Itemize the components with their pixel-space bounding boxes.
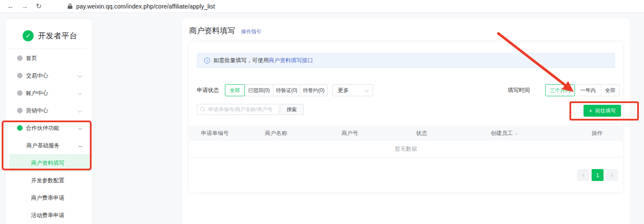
status-tab-pending-verify[interactable]: 待验证(0) <box>273 84 300 96</box>
chevron-down-icon <box>365 88 369 92</box>
col-merchant-id: 商户号 <box>342 129 416 137</box>
bullet-icon <box>17 90 23 96</box>
sidebar-item-merchant-basic-services[interactable]: 商户基础服务 <box>6 137 92 154</box>
sidebar-item-activity-rate-apply[interactable]: 活动费率申请 <box>6 207 92 224</box>
back-icon[interactable]: ← <box>6 3 15 10</box>
brand-name: 开发者平台 <box>38 31 78 41</box>
sidebar-item-account-center[interactable]: 账户中心 <box>6 84 92 102</box>
col-status: 状态 <box>416 129 491 137</box>
status-more-dropdown[interactable]: 更多 <box>332 84 373 96</box>
next-page-button[interactable]: › <box>606 169 618 181</box>
sidebar-item-trade-center[interactable]: 交易中心 <box>6 67 92 84</box>
status-tab-all[interactable]: 全部 <box>225 84 245 96</box>
page-1-button[interactable]: 1 <box>592 169 604 181</box>
content-panel: i 如需批量填写，可使用 商户资料填写接口 申请状态 全部 已驳回(0) 待验证… <box>189 42 623 192</box>
chevron-down-icon <box>78 91 82 95</box>
sidebar-item-label: 开发参数配置 <box>31 177 64 184</box>
browser-toolbar: ← → ↻ pay.weixin.qq.com/index.php/core/a… <box>0 0 644 13</box>
pagination: ‹ 1 › <box>577 169 618 181</box>
active-bullet-icon <box>17 125 23 131</box>
banner-text: 如需批量填写，可使用 <box>213 57 269 64</box>
wechat-logo-icon: ✓ <box>23 30 34 41</box>
page-header: 商户资料填写 操作指引 <box>182 19 630 36</box>
operation-guide-link[interactable]: 操作指引 <box>241 28 262 35</box>
time-tab-three-months[interactable]: 三个月内 <box>545 84 575 96</box>
col-creator-label: 创建员工 <box>491 130 513 136</box>
time-filter-label: 填写时间 <box>508 84 530 96</box>
sidebar-item-label: 交易中心 <box>26 72 48 80</box>
sidebar: ✓ 开发者平台 首页 交易中心 账户中心 营销中心 <box>6 19 92 224</box>
banner-api-link[interactable]: 商户资料填写接口 <box>269 57 313 64</box>
sidebar-item-home[interactable]: 首页 <box>6 49 92 67</box>
main-content: 商户资料填写 操作指引 i 如需批量填写，可使用 商户资料填写接口 申请状态 全… <box>182 19 630 224</box>
sidebar-item-partner-functions[interactable]: 合作伙伴功能 <box>6 119 92 137</box>
search-input[interactable] <box>197 104 279 115</box>
table-header-row: 申请单编号 商户名称 商户号 状态 创建员工 操作 <box>189 126 623 141</box>
bullet-icon <box>17 108 23 113</box>
sidebar-item-label: 合作伙伴功能 <box>26 124 59 132</box>
go-fill-label: 前往填写 <box>595 107 616 115</box>
page-title: 商户资料填写 <box>189 26 235 36</box>
sidebar-item-label: 商户基础服务 <box>26 142 60 149</box>
col-apply-id: 申请单编号 <box>201 129 265 137</box>
sidebar-item-merchant-info-fill[interactable]: 商户资料填写 <box>9 154 92 172</box>
sidebar-item-dev-params[interactable]: 开发参数配置 <box>6 172 92 189</box>
col-actions: 操作 <box>592 129 603 137</box>
sidebar-item-label: 首页 <box>26 55 37 62</box>
collapse-icon <box>78 146 82 147</box>
sidebar-item-label: 账户中心 <box>26 89 48 97</box>
table-empty-state: 暂无数据 <box>189 141 623 158</box>
go-fill-button[interactable]: + 前往填写 <box>584 105 621 117</box>
more-label: 更多 <box>338 87 349 93</box>
status-tab-rejected[interactable]: 已驳回(0) <box>244 84 273 96</box>
sidebar-menu: 首页 交易中心 账户中心 营销中心 合作伙伴功能 <box>6 49 92 224</box>
lock-icon <box>68 3 72 9</box>
sidebar-item-merchant-rate-apply[interactable]: 商户费率申请 <box>6 189 92 207</box>
bullet-icon <box>17 73 23 78</box>
time-tab-all[interactable]: 全部 <box>601 84 620 96</box>
reload-icon[interactable]: ↻ <box>34 2 43 10</box>
prev-page-button[interactable]: ‹ <box>577 169 589 181</box>
brand: ✓ 开发者平台 <box>6 19 92 41</box>
sidebar-item-label: 商户资料填写 <box>31 159 64 167</box>
status-filter-label: 申请状态 <box>197 84 219 96</box>
info-banner: i 如需批量填写，可使用 商户资料填写接口 <box>197 53 615 68</box>
filter-chevron-icon <box>515 132 518 135</box>
chevron-down-icon <box>78 109 82 113</box>
status-filter-group: 全部 已驳回(0) 待验证(0) 待签约(0) <box>225 84 328 96</box>
time-filter-group: 三个月内 一年内 全部 <box>545 84 620 96</box>
page: ← → ↻ pay.weixin.qq.com/index.php/core/a… <box>0 0 644 224</box>
sidebar-item-label: 营销中心 <box>26 107 48 115</box>
col-creator[interactable]: 创建员工 <box>491 129 572 137</box>
address-bar[interactable]: pay.weixin.qq.com/index.php/core/affilia… <box>76 3 215 10</box>
sidebar-item-label: 活动费率申请 <box>31 212 64 219</box>
sidebar-item-marketing-center[interactable]: 营销中心 <box>6 102 92 119</box>
plus-icon: + <box>589 107 592 114</box>
col-merchant-name: 商户名称 <box>265 129 342 137</box>
sidebar-item-label: 商户费率申请 <box>31 194 64 202</box>
forward-icon[interactable]: → <box>20 3 29 10</box>
chevron-down-icon <box>78 74 82 78</box>
info-icon: i <box>204 57 210 63</box>
status-tab-pending-sign[interactable]: 待签约(0) <box>300 84 328 96</box>
search-button[interactable]: 搜索 <box>280 104 304 115</box>
search-area: 搜索 <box>197 104 304 115</box>
collapse-icon <box>78 129 82 129</box>
bullet-icon <box>17 55 23 61</box>
time-tab-one-year[interactable]: 一年内 <box>575 84 601 96</box>
